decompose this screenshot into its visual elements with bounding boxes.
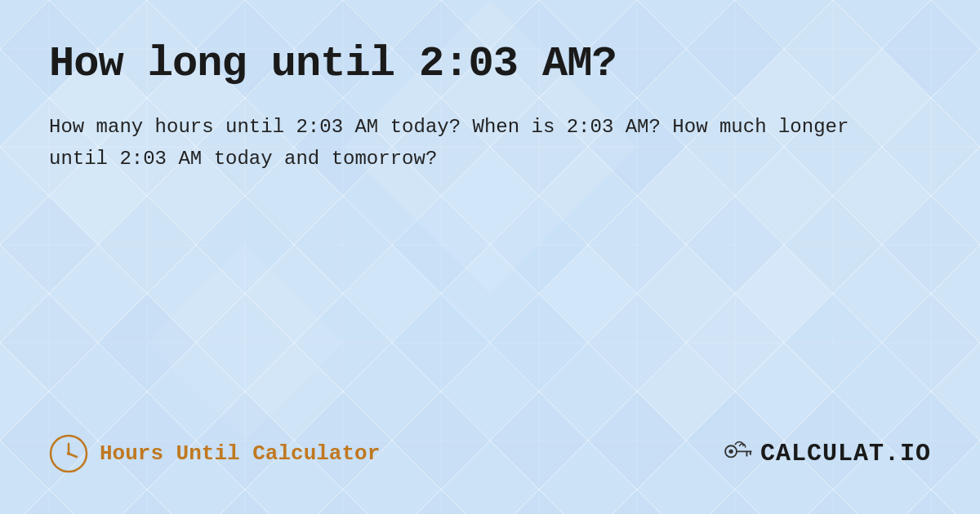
- footer-logo: CALCULAT.IO: [719, 436, 931, 472]
- svg-point-21: [67, 452, 70, 455]
- page-description: How many hours until 2:03 AM today? When…: [49, 112, 915, 175]
- logo-text: CALCULAT.IO: [760, 440, 931, 467]
- svg-point-23: [728, 450, 733, 454]
- footer-left: Hours Until Calculator: [49, 434, 380, 473]
- page-title: How long until 2:03 AM?: [49, 41, 931, 87]
- footer-calculator-label: Hours Until Calculator: [100, 441, 380, 466]
- footer: Hours Until Calculator CALCULAT.IO: [49, 434, 931, 481]
- clock-icon: [49, 434, 88, 473]
- logo-icon: [719, 436, 755, 472]
